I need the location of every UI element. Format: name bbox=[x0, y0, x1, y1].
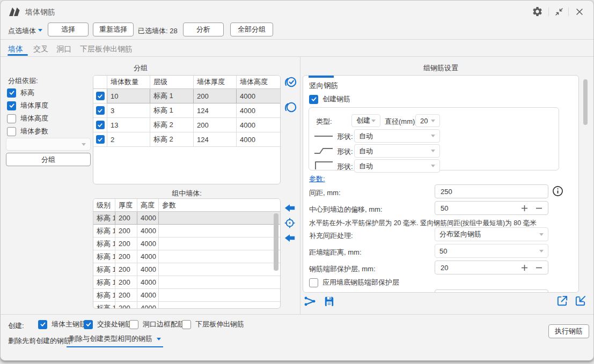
table-row[interactable]: 3 标高 1 124 4000 bbox=[93, 103, 280, 118]
walls-table-scrollbar[interactable] bbox=[274, 213, 278, 271]
bottom-cover-checkbox[interactable]: 应用墙底钢筋端部保护层 bbox=[309, 278, 399, 287]
type-label: 类型: bbox=[316, 117, 332, 127]
rebar-type-groupbox: 类型: 创建 直径(mm): 20 形状: 自动 形状: bbox=[309, 107, 559, 170]
arrow-right-icon[interactable] bbox=[284, 232, 296, 244]
settings-panel-scrollbar[interactable] bbox=[583, 79, 588, 125]
close-icon[interactable] bbox=[575, 7, 584, 17]
group-by-option-thickness[interactable]: 墙体厚度 bbox=[7, 101, 48, 110]
window-title: 墙体钢筋 bbox=[25, 8, 55, 17]
clipped-next-input[interactable] bbox=[435, 289, 548, 293]
create-option-junction[interactable]: 交接处钢筋 bbox=[84, 320, 132, 329]
settings-gear-icon[interactable] bbox=[532, 6, 543, 17]
params-link[interactable]: 参数: bbox=[309, 174, 325, 184]
pick-mode-caret-icon[interactable] bbox=[38, 29, 42, 32]
app-logo-icon bbox=[8, 5, 21, 18]
locate-target-icon[interactable] bbox=[284, 217, 296, 229]
shape-select-2[interactable]: 自动 bbox=[354, 144, 440, 158]
import-icon[interactable] bbox=[574, 295, 586, 307]
table-row[interactable]: 标高 1 200 4000 bbox=[93, 237, 280, 250]
table-row[interactable]: 2 标高 2 124 4000 bbox=[93, 132, 280, 147]
fill-spacing-select[interactable]: 分布竖向钢筋 bbox=[435, 227, 548, 241]
table-row[interactable]: 标高 1 200 4000 bbox=[93, 302, 280, 309]
offset-input[interactable]: 50 bbox=[435, 201, 548, 215]
checkbox-checked-icon[interactable] bbox=[84, 320, 93, 329]
share-settings-icon[interactable] bbox=[304, 295, 317, 308]
tab-wall-indicator bbox=[8, 54, 28, 56]
table-row[interactable]: 标高 1 200 4000 bbox=[93, 250, 280, 263]
checkbox-unchecked-icon[interactable] bbox=[309, 278, 318, 287]
select-button[interactable]: 选择 bbox=[48, 23, 89, 36]
checkbox-unchecked-icon[interactable] bbox=[182, 320, 191, 329]
checkbox-checked-icon[interactable] bbox=[7, 88, 16, 98]
diameter-select[interactable]: 20 bbox=[415, 114, 440, 127]
table-row[interactable]: 标高 1 200 4000 bbox=[93, 225, 280, 237]
create-option-slab-dowels[interactable]: 下层板伸出钢筋 bbox=[182, 320, 244, 329]
type-select[interactable]: 创建 bbox=[351, 114, 380, 127]
checkbox-checked-icon[interactable] bbox=[38, 320, 47, 329]
row-checkbox-checked-icon[interactable] bbox=[96, 135, 105, 144]
table-row[interactable]: 标高 1 200 4000 bbox=[93, 263, 280, 276]
table-row[interactable]: 13 标高 2 200 4000 bbox=[93, 118, 280, 132]
tab-opening[interactable]: 洞口 bbox=[56, 44, 71, 54]
row-checkbox-checked-icon[interactable] bbox=[96, 106, 105, 115]
end-cover-label: 钢筋端部保护层, mm: bbox=[309, 264, 376, 274]
group-all-button[interactable]: 全部分组 bbox=[230, 23, 273, 36]
group-by-option-params[interactable]: 墙体参数 bbox=[7, 127, 48, 136]
check-all-icon[interactable] bbox=[283, 75, 298, 90]
param-select[interactable] bbox=[6, 138, 91, 151]
wall-rebar-dialog: 墙体钢筋 点选墙体 选择 重新选择 已选墙体: 28 分析 全部分组 墙体 交叉… bbox=[0, 0, 594, 361]
row-checkbox-checked-icon[interactable] bbox=[96, 92, 105, 100]
end-distance-select[interactable]: 50 bbox=[435, 244, 548, 258]
increment-icon[interactable] bbox=[521, 264, 528, 271]
table-row[interactable]: 10 标高 1 200 4000 bbox=[93, 89, 280, 103]
increment-icon[interactable] bbox=[521, 205, 528, 212]
checkbox-checked-icon[interactable] bbox=[309, 95, 318, 104]
table-row[interactable]: 标高 1 200 4000 bbox=[93, 212, 280, 225]
arrow-left-icon[interactable] bbox=[284, 202, 296, 214]
row-checkbox-checked-icon[interactable] bbox=[96, 121, 105, 129]
create-rebar-checkbox[interactable]: 创建钢筋 bbox=[309, 94, 350, 104]
collapse-window-icon[interactable] bbox=[554, 7, 564, 17]
group-by-option-level[interactable]: 标高 bbox=[7, 88, 34, 98]
create-option-wall-main[interactable]: 墙体主钢筋 bbox=[38, 320, 86, 329]
tab-intersection[interactable]: 交叉 bbox=[33, 44, 48, 54]
info-icon[interactable] bbox=[552, 185, 564, 197]
run-rebar-button[interactable]: 执行钢筋 bbox=[548, 324, 589, 338]
uncheck-all-icon[interactable] bbox=[283, 100, 298, 115]
tabs-divider bbox=[1, 56, 594, 57]
end-cover-input[interactable]: 20 bbox=[435, 261, 548, 274]
checkbox-unchecked-icon[interactable] bbox=[7, 127, 16, 136]
analyze-button[interactable]: 分析 bbox=[183, 23, 224, 36]
groups-table: 墙体数量 层级 墙体厚度 墙体高度 10 标高 1 200 4000 3 标高 … bbox=[93, 75, 281, 184]
rebar-settings-title: 组钢筋设置 bbox=[303, 63, 579, 73]
checkbox-unchecked-icon[interactable] bbox=[129, 320, 138, 329]
group-button[interactable]: 分组 bbox=[6, 153, 91, 166]
tab-wall[interactable]: 墙体 bbox=[8, 44, 23, 54]
diameter-label: 直径(mm): bbox=[385, 117, 417, 127]
toolbar-divider bbox=[1, 39, 594, 40]
table-row[interactable]: 标高 1 200 4000 bbox=[93, 276, 280, 289]
export-icon[interactable] bbox=[556, 295, 568, 307]
shape-select-1[interactable]: 自动 bbox=[354, 129, 440, 143]
checkbox-unchecked-icon[interactable] bbox=[7, 114, 16, 123]
tab-vertical-rebar[interactable]: 竖向钢筋 bbox=[309, 81, 338, 91]
save-icon[interactable] bbox=[323, 295, 335, 307]
end-distance-label: 距墙端距离, mm: bbox=[309, 248, 362, 257]
tab-slab-dowels[interactable]: 下层板伸出钢筋 bbox=[80, 44, 133, 54]
panel-divider bbox=[300, 57, 300, 314]
reselect-button[interactable]: 重新选择 bbox=[93, 23, 134, 36]
offset-bend-bar-icon bbox=[313, 146, 334, 155]
table-row[interactable]: 标高 1 200 4000 bbox=[93, 289, 280, 302]
dropdown-caret-icon bbox=[371, 120, 376, 122]
checkbox-checked-icon[interactable] bbox=[7, 101, 16, 110]
delete-mode-dropdown[interactable]: 删除与创建类型相同的钢筋 bbox=[67, 334, 163, 347]
shape-select-3[interactable]: 自动 bbox=[354, 159, 440, 173]
dropdown-caret-icon bbox=[539, 250, 544, 252]
decrement-icon[interactable] bbox=[536, 205, 542, 212]
spacing-input[interactable]: 250 bbox=[435, 184, 548, 198]
decrement-icon[interactable] bbox=[536, 264, 542, 271]
pick-mode-dropdown[interactable]: 点选墙体 bbox=[8, 26, 36, 36]
create-option-opening-frame[interactable]: 洞口边框配筋 bbox=[129, 320, 185, 329]
group-by-option-height[interactable]: 墙体高度 bbox=[7, 114, 48, 123]
offset-label: 中心到墙边的偏移, mm: bbox=[309, 205, 383, 214]
